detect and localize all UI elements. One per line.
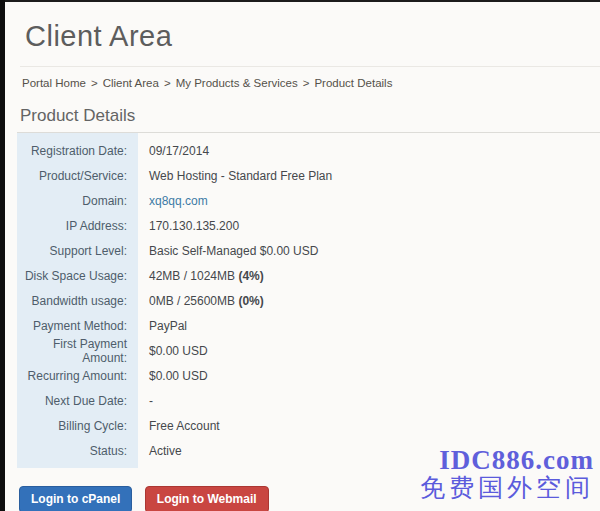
login-to-webmail-button[interactable]: Login to Webmail — [145, 486, 269, 511]
page-title: Client Area — [25, 20, 600, 52]
row-label: Product/Service: — [17, 169, 138, 183]
table-row: Domain: xq8qq.com — [17, 188, 600, 213]
row-label: Payment Method: — [17, 319, 138, 333]
breadcrumb-current-page: Product Details — [314, 77, 392, 89]
bandwidth-amount: 0MB / 25600MB — [149, 294, 238, 308]
billing-cycle-value: Free Account — [138, 419, 220, 433]
recurring-amount-value: $0.00 USD — [138, 369, 208, 383]
table-row: Status: Active — [17, 438, 600, 463]
table-row: Disk Space Usage: 42MB / 1024MB (4%) — [17, 263, 600, 288]
breadcrumb-separator: > — [303, 77, 310, 89]
ip-address-value: 170.130.135.200 — [138, 219, 239, 233]
bandwidth-percent: (0%) — [238, 294, 263, 308]
domain-link[interactable]: xq8qq.com — [149, 194, 208, 208]
row-label: Recurring Amount: — [17, 369, 138, 383]
row-label: Domain: — [17, 194, 138, 208]
breadcrumb-link-portal-home[interactable]: Portal Home — [22, 77, 86, 89]
product-service-value: Web Hosting - Standard Free Plan — [138, 169, 332, 183]
row-label: First Payment Amount: — [17, 337, 138, 365]
table-row: Billing Cycle: Free Account — [17, 413, 600, 438]
title-divider — [20, 66, 600, 67]
row-label: Disk Space Usage: — [17, 269, 138, 283]
product-details-table: Registration Date: 09/17/2014 Product/Se… — [17, 133, 600, 468]
window-top-edge — [0, 0, 600, 2]
table-row: Recurring Amount: $0.00 USD — [17, 363, 600, 388]
row-label: Billing Cycle: — [17, 419, 138, 433]
row-label: Status: — [17, 444, 138, 458]
first-payment-amount-value: $0.00 USD — [138, 344, 208, 358]
domain-value: xq8qq.com — [138, 194, 208, 208]
breadcrumb-separator: > — [91, 77, 98, 89]
next-due-date-value: - — [138, 394, 153, 408]
table-row: Product/Service: Web Hosting - Standard … — [17, 163, 600, 188]
table-row: First Payment Amount: $0.00 USD — [17, 338, 600, 363]
row-label: Support Level: — [17, 244, 138, 258]
breadcrumb: Portal Home>Client Area>My Products & Se… — [22, 77, 600, 89]
section-title: Product Details — [20, 106, 600, 126]
table-row: Next Due Date: - — [17, 388, 600, 413]
payment-method-value: PayPal — [138, 319, 187, 333]
breadcrumb-separator: > — [164, 77, 171, 89]
table-row: Support Level: Basic Self-Managed $0.00 … — [17, 238, 600, 263]
login-to-cpanel-button[interactable]: Login to cPanel — [19, 486, 132, 511]
support-level-value: Basic Self-Managed $0.00 USD — [138, 244, 318, 258]
table-row: Registration Date: 09/17/2014 — [17, 138, 600, 163]
disk-space-percent: (4%) — [238, 269, 263, 283]
registration-date-value: 09/17/2014 — [138, 144, 209, 158]
row-label: Bandwidth usage: — [17, 294, 138, 308]
table-row: IP Address: 170.130.135.200 — [17, 213, 600, 238]
table-row: Bandwidth usage: 0MB / 25600MB (0%) — [17, 288, 600, 313]
table-row: Payment Method: PayPal — [17, 313, 600, 338]
breadcrumb-link-client-area[interactable]: Client Area — [103, 77, 159, 89]
button-bar: Login to cPanel Login to Webmail — [19, 486, 600, 511]
bandwidth-usage-value: 0MB / 25600MB (0%) — [138, 294, 264, 308]
disk-space-usage-value: 42MB / 1024MB (4%) — [138, 269, 264, 283]
status-value: Active — [138, 444, 182, 458]
window-left-edge — [0, 0, 5, 511]
disk-space-amount: 42MB / 1024MB — [149, 269, 238, 283]
breadcrumb-link-my-products-services[interactable]: My Products & Services — [176, 77, 298, 89]
row-label: Registration Date: — [17, 144, 138, 158]
row-label: Next Due Date: — [17, 394, 138, 408]
row-label: IP Address: — [17, 219, 138, 233]
